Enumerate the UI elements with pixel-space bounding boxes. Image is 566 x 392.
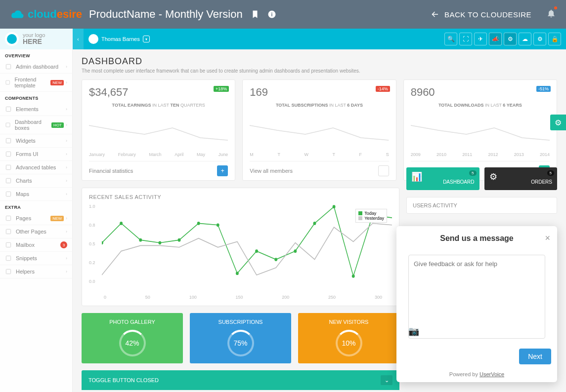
feedback-input[interactable] <box>408 255 545 339</box>
svg-rect-12 <box>6 229 10 234</box>
sidebar-item[interactable]: Other Pages› <box>0 225 72 238</box>
close-icon[interactable]: × <box>545 233 550 243</box>
product-title: ProductName - Monthly Version <box>89 8 243 21</box>
svg-rect-4 <box>6 107 10 111</box>
sidebar-item[interactable]: Charts› <box>0 174 72 188</box>
chevron-right-icon: › <box>66 192 67 196</box>
chevron-right-icon: › <box>66 178 67 183</box>
gear-icon[interactable]: ⚙ <box>533 33 546 45</box>
bookmark-icon[interactable] <box>251 10 260 19</box>
menu-icon <box>5 106 12 113</box>
svg-point-25 <box>274 258 277 261</box>
metric-widget[interactable]: NEW VISITORS10% <box>298 313 399 363</box>
svg-rect-2 <box>6 64 10 69</box>
users-activity-card: USERS ACTIVITY <box>406 197 557 214</box>
cloud-icon[interactable]: ☁ <box>519 33 531 45</box>
svg-rect-3 <box>6 80 10 84</box>
sidebar-section: COMPONENTS <box>0 92 72 103</box>
pct-badge: -14% <box>376 86 390 92</box>
next-button[interactable]: Next <box>519 349 551 364</box>
sidebar-item[interactable]: Elements› <box>0 103 72 116</box>
sidebar-item[interactable]: Widgets› <box>0 134 72 148</box>
mini-card[interactable]: 📊5DASHBOARD <box>406 167 479 190</box>
menu-icon <box>5 215 12 222</box>
sidebar-collapse-icon[interactable]: ‹ <box>73 29 84 49</box>
svg-rect-7 <box>6 152 10 156</box>
chevron-right-icon: › <box>66 229 67 234</box>
menu-icon <box>5 79 10 86</box>
chevron-right-icon: › <box>66 256 67 261</box>
menu-icon <box>5 191 12 197</box>
metric-widget[interactable]: SUBSCRIPTIONS75% <box>190 313 291 363</box>
svg-point-29 <box>352 274 355 278</box>
stat-card: 8960 -51% TOTAL DOWNLOADS IN LAST 6 YEAR… <box>403 79 557 181</box>
svg-rect-14 <box>6 256 10 260</box>
svg-rect-6 <box>6 138 10 143</box>
chevron-down-icon[interactable]: ⌄ <box>381 375 392 385</box>
back-link[interactable]: BACK TO CLOUDESIRE <box>431 10 531 19</box>
sidebar-item[interactable]: Maps› <box>0 188 72 201</box>
svg-text:i: i <box>271 11 272 17</box>
user-menu[interactable]: Thomas Barnes ▾ <box>88 34 150 44</box>
cloudesire-logo[interactable]: cloudesire <box>10 8 82 21</box>
menu-icon <box>5 255 12 262</box>
chart-legend: Today Yesterday <box>355 209 387 223</box>
svg-point-22 <box>217 223 219 227</box>
sidebar-item[interactable]: Advanced tables› <box>0 161 72 174</box>
send-icon[interactable]: ✈ <box>474 33 487 45</box>
badge: 5 <box>469 170 476 176</box>
settings-float-icon[interactable]: ⚙ <box>550 115 566 130</box>
sidebar-item[interactable]: Mailbox3 <box>0 238 72 252</box>
fullscreen-icon[interactable]: ⛶ <box>459 33 472 45</box>
metric-widget[interactable]: PHOTO GALLERY42% <box>82 313 183 363</box>
chevron-right-icon: › <box>66 165 67 170</box>
toggle-panel[interactable]: TOGGLE BUTTON CLOSED ⌄ <box>82 370 399 390</box>
dashboard-icon: ⚙ <box>489 171 497 182</box>
sidebar-item[interactable]: Frontend templateNEW› <box>0 74 72 92</box>
svg-rect-9 <box>6 178 10 183</box>
badge: NEW <box>50 80 64 85</box>
badge: 3 <box>60 241 67 248</box>
uservoice-link[interactable]: UserVoice <box>479 371 504 377</box>
sidebar-item[interactable]: Forms UI› <box>0 148 72 161</box>
svg-point-17 <box>120 222 123 225</box>
svg-point-21 <box>197 222 200 225</box>
stat-card: $34,657 +18% TOTAL EARNINGS IN LAST TEN … <box>82 79 235 181</box>
feedback-widget: Send us a message × 📷 Next Powered by Us… <box>396 226 557 382</box>
menu-icon <box>5 241 12 248</box>
svg-point-18 <box>139 238 142 242</box>
card-action-button[interactable]: + <box>217 165 228 176</box>
stat-card: 169 -14% TOTAL SUBSCRIPTIONS IN LAST 6 D… <box>242 79 396 181</box>
badge: NEW <box>50 216 64 221</box>
tenant-logo: your logoHERE <box>0 29 73 49</box>
menu-icon <box>5 121 11 128</box>
sidebar-item[interactable]: Helpers› <box>0 265 72 278</box>
badge: 5 <box>547 170 554 176</box>
svg-point-16 <box>100 241 103 244</box>
notifications-icon[interactable] <box>546 8 556 20</box>
menu-icon <box>5 164 12 171</box>
menu-icon <box>5 137 12 144</box>
sidebar-item[interactable]: Dashboard boxesHOT› <box>0 116 72 134</box>
announce-icon[interactable]: 📣 <box>489 33 502 45</box>
search-icon[interactable]: 🔍 <box>444 33 457 45</box>
chevron-down-icon[interactable]: ▾ <box>143 36 150 42</box>
svg-rect-8 <box>6 165 10 169</box>
svg-point-24 <box>255 249 258 253</box>
chevron-right-icon: › <box>66 64 67 69</box>
pct-badge: +18% <box>214 86 229 92</box>
sidebar-item[interactable]: Snippets› <box>0 252 72 265</box>
sales-card: RECENT SALES ACTIVITY 1.00.80.50.20.0 To… <box>82 188 399 306</box>
menu-icon <box>5 151 12 157</box>
card-action-button[interactable]: › <box>378 165 389 176</box>
info-icon[interactable]: i <box>267 10 276 19</box>
camera-icon[interactable]: 📷 <box>408 326 419 337</box>
sliders-icon[interactable]: ⚙ <box>504 33 517 45</box>
lock-icon[interactable]: 🔒 <box>548 33 561 45</box>
page-subtitle: The most complete user interface framewo… <box>82 68 557 74</box>
svg-point-28 <box>333 205 336 208</box>
mini-card[interactable]: ⚙5ORDERS <box>484 167 558 190</box>
sidebar-item[interactable]: Admin dashboard› <box>0 60 72 74</box>
svg-rect-15 <box>6 269 10 274</box>
sidebar-item[interactable]: PagesNEW› <box>0 212 72 225</box>
